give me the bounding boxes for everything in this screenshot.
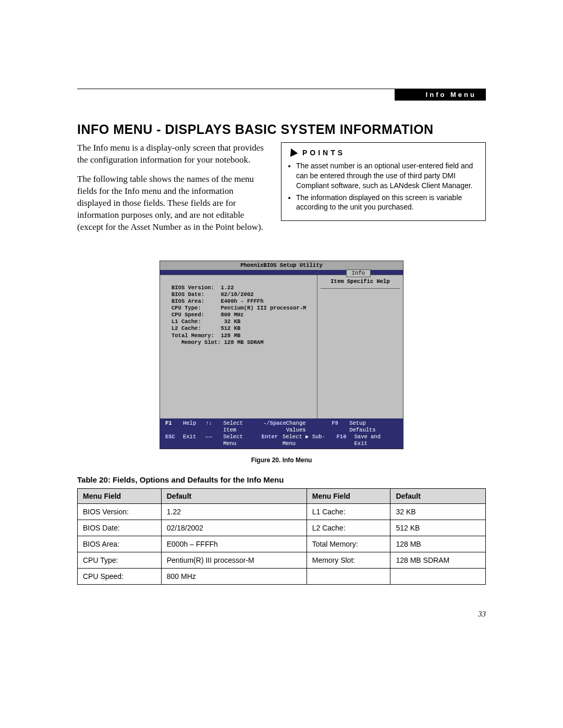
- bios-help-panel: Item Specific Help: [317, 275, 403, 418]
- table-header: Menu Field: [78, 489, 162, 504]
- table-header: Default: [390, 489, 486, 504]
- bios-footer: F1 Help ↑↓ Select Item -/Space Change Va…: [160, 418, 403, 449]
- defaults-table: Menu Field Default Menu Field Default BI…: [77, 488, 486, 585]
- table-header: Menu Field: [307, 489, 390, 504]
- table-row: BIOS Version: 1.22 L1 Cache: 32 KB: [78, 504, 486, 520]
- bios-help-title: Item Specific Help: [321, 278, 400, 289]
- points-heading: POINTS: [289, 148, 478, 158]
- points-item: The asset number is an optional user-ent…: [296, 161, 478, 191]
- table-cell: BIOS Version:: [78, 504, 162, 520]
- table-cell: CPU Type:: [78, 552, 162, 569]
- figure-caption: Figure 20. Info Menu: [77, 456, 486, 464]
- bios-lbl-select-item: Select Item: [223, 420, 254, 434]
- bios-key-minus: -/Space: [263, 420, 283, 434]
- table-title: Table 20: Fields, Options and Defaults f…: [77, 475, 486, 484]
- table-cell: 512 KB: [390, 520, 486, 536]
- page-title: INFO MENU - DISPLAYS BASIC SYSTEM INFORM…: [77, 122, 486, 137]
- bios-key-esc: ESC: [165, 434, 183, 447]
- bios-lbl-help: Help: [183, 420, 196, 434]
- table-cell: 800 MHz: [161, 569, 307, 585]
- bios-screenshot: PhoenixBIOS Setup Utility Info BIOS Vers…: [160, 261, 403, 450]
- bios-main-panel: BIOS Version: 1.22 BIOS Date: 02/18/2002…: [160, 275, 317, 418]
- table-cell: E000h – FFFFh: [161, 536, 307, 552]
- bios-key-enter: Enter: [262, 434, 279, 447]
- page-number: 33: [77, 610, 486, 619]
- table-cell: BIOS Date:: [78, 520, 162, 536]
- table-cell: BIOS Area:: [78, 536, 162, 552]
- bios-row: BIOS Area: E400h - FFFFh: [172, 298, 313, 305]
- bios-row: CPU Speed: 800 MHz: [172, 312, 313, 318]
- table-cell: Memory Slot:: [307, 552, 390, 569]
- table-cell: 1.22: [161, 504, 307, 520]
- bios-key-leftright: ←→: [205, 434, 223, 447]
- bios-lbl-select-submenu: Select ▶ Sub-Menu: [283, 434, 327, 447]
- table-header: Default: [161, 489, 307, 504]
- points-heading-text: POINTS: [302, 148, 345, 158]
- page-header: Info Menu: [77, 89, 486, 101]
- points-item: The information displayed on this screen…: [296, 193, 478, 213]
- bios-key-updown: ↑↓: [205, 420, 223, 434]
- table-cell: Pentium(R) III processor-M: [161, 552, 307, 569]
- bios-row: Total Memory: 128 MB: [172, 332, 313, 339]
- body-text: The Info menu is a display-only screen t…: [77, 142, 266, 241]
- table-cell: 128 MB: [390, 536, 486, 552]
- bios-lbl-setup-defaults: Setup Defaults: [349, 420, 388, 434]
- table-cell: 32 KB: [390, 504, 486, 520]
- section-label: Info Menu: [395, 89, 486, 101]
- table-row: BIOS Area: E000h – FFFFh Total Memory: 1…: [78, 536, 486, 552]
- points-list: The asset number is an optional user-ent…: [289, 161, 478, 212]
- bios-row: BIOS Date: 02/18/2002: [172, 291, 313, 298]
- bios-lbl-exit: Exit: [183, 434, 196, 447]
- table-row: CPU Speed: 800 MHz: [78, 569, 486, 585]
- bios-lbl-save-exit: Save and Exit: [354, 434, 388, 447]
- pen-icon: [287, 147, 298, 157]
- bios-menubar: Info: [160, 270, 403, 275]
- points-callout: POINTS The asset number is an optional u…: [281, 142, 486, 221]
- bios-row: Memory Slot: 128 MB SDRAM: [172, 339, 313, 346]
- bios-key-f10: F10: [337, 434, 354, 447]
- table-cell: L2 Cache:: [307, 520, 390, 536]
- table-cell: 02/18/2002: [161, 520, 307, 536]
- table-cell: [307, 569, 390, 585]
- bios-lbl-select-menu: Select Menu: [223, 434, 252, 447]
- table-row: BIOS Date: 02/18/2002 L2 Cache: 512 KB: [78, 520, 486, 536]
- bios-tab-info: Info: [346, 269, 371, 277]
- bios-row: CPU Type: Pentium(R) III processor-M: [172, 305, 313, 312]
- table-header-row: Menu Field Default Menu Field Default: [78, 489, 486, 504]
- bios-row: BIOS Version: 1.22: [172, 285, 313, 291]
- paragraph-1: The Info menu is a display-only screen t…: [77, 142, 266, 166]
- table-cell: L1 Cache:: [307, 504, 390, 520]
- bios-title: PhoenixBIOS Setup Utility: [160, 261, 403, 270]
- bios-key-f9: F9: [332, 420, 349, 434]
- table-cell: 128 MB SDRAM: [390, 552, 486, 569]
- bios-key-f1: F1: [165, 420, 183, 434]
- table-cell: [390, 569, 486, 585]
- table-row: CPU Type: Pentium(R) III processor-M Mem…: [78, 552, 486, 569]
- table-cell: CPU Speed:: [78, 569, 162, 585]
- bios-lbl-change-values: Change Values: [286, 420, 322, 434]
- bios-row: L1 Cache: 32 KB: [172, 318, 313, 325]
- bios-row: L2 Cache: 512 KB: [172, 325, 313, 332]
- paragraph-2: The following table shows the names of t…: [77, 174, 266, 233]
- table-cell: Total Memory:: [307, 536, 390, 552]
